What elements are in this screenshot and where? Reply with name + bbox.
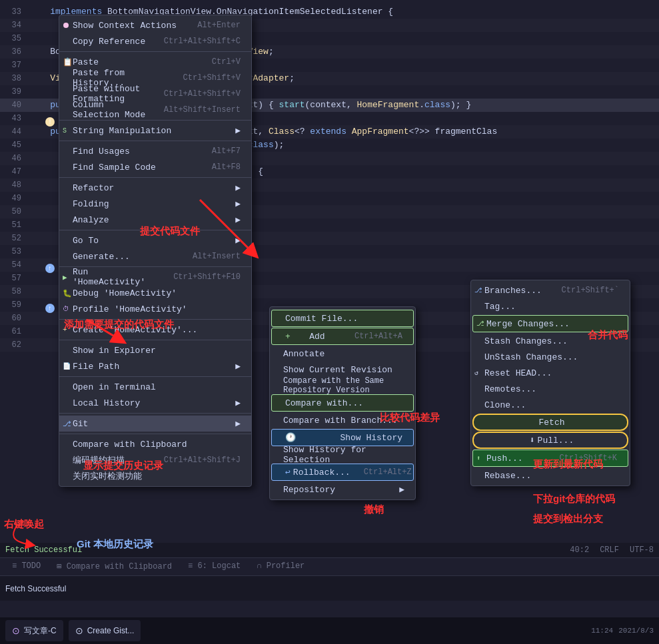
taskbar-time: 11:24 bbox=[591, 627, 613, 635]
menu-item-debug[interactable]: 🐛 Debug 'HomeActivity' bbox=[59, 285, 251, 301]
status-bar: Fetch Successful 40:2 CRLF UTF-8 bbox=[0, 543, 659, 557]
menu-item-code-scan[interactable]: 编码规约扫描 Ctrl+Alt+Shift+J bbox=[59, 452, 251, 468]
menu-item-disable-realtime[interactable]: 关闭实时检测功能 bbox=[59, 468, 251, 484]
taskbar-right: 11:24 2021/8/3 bbox=[591, 627, 654, 635]
menu-item-refactor[interactable]: Refactor ▶ bbox=[59, 180, 251, 196]
menu-item-show-explorer[interactable]: Show in Explorer bbox=[59, 342, 251, 358]
menu-item-analyze[interactable]: Analyze ▶ bbox=[59, 212, 251, 228]
gutter-icon-59: ↑ bbox=[45, 304, 55, 313]
menu-item-run[interactable]: ▶ Run 'HomeActivity' Ctrl+Shift+F10 bbox=[59, 269, 251, 285]
submenu-arrow-analyze: ▶ bbox=[235, 214, 241, 225]
taskbar-create-gist[interactable]: ⊙ Create Gist... bbox=[69, 620, 141, 641]
vcs-push[interactable]: ⬆ Push... Ctrl+Shift+K bbox=[472, 450, 628, 467]
menu-item-git[interactable]: ⎇ Git ▶ bbox=[59, 416, 251, 432]
git-menu-add[interactable]: + Add Ctrl+Alt+A bbox=[271, 328, 414, 345]
create-icon: + bbox=[63, 326, 67, 334]
git-menu-compare-branch[interactable]: Compare with Branch... bbox=[270, 412, 415, 428]
rollback-icon: ↩ bbox=[285, 467, 291, 478]
vcs-remotes[interactable]: Remotes... bbox=[471, 381, 630, 397]
menu-item-generate[interactable]: Generate... Alt+Insert bbox=[59, 248, 251, 264]
menu-item-folding[interactable]: Folding ▶ bbox=[59, 196, 251, 212]
taskbar-write-article[interactable]: ⊙ 写文章-C bbox=[5, 620, 63, 641]
menu-item-compare-clipboard[interactable]: Compare with Clipboard bbox=[59, 436, 251, 452]
menu-item-local-history[interactable]: Local History ▶ bbox=[59, 395, 251, 411]
vcs-tag[interactable]: Tag... bbox=[471, 298, 630, 314]
menu-item-string-manipulation[interactable]: S String Manipulation ▶ bbox=[59, 123, 251, 139]
profile-icon: ⏱ bbox=[63, 305, 69, 313]
vcs-clone[interactable]: Clone... bbox=[471, 397, 630, 413]
github-icon-2: ⊙ bbox=[75, 625, 83, 636]
menu-item-profile[interactable]: ⏱ Profile 'HomeActivity' bbox=[59, 301, 251, 317]
vcs-merge-changes[interactable]: ⎇ Merge Changes... bbox=[472, 315, 628, 332]
divider-2 bbox=[59, 120, 251, 121]
vcs-branches[interactable]: ⎇ Branches... Ctrl+Shift+` bbox=[471, 282, 630, 298]
line-ending: CRLF bbox=[600, 545, 619, 555]
paste-icon: 📋 bbox=[63, 57, 73, 67]
divider-9 bbox=[59, 376, 251, 377]
divider-3 bbox=[59, 141, 251, 141]
history-clock-icon: 🕐 bbox=[285, 432, 296, 443]
git-menu-show-current-revision[interactable]: Show Current Revision bbox=[270, 362, 415, 378]
divider-11 bbox=[59, 434, 251, 434]
git-menu-rollback[interactable]: ↩ Rollback... Ctrl+Alt+Z bbox=[271, 464, 414, 481]
vcs-rebase[interactable]: Rebase... bbox=[471, 468, 630, 483]
submenu-arrow-filepath: ▶ bbox=[235, 361, 241, 372]
ide-bottom-bar: Fetch Successful bbox=[0, 575, 659, 601]
menu-item-find-usages[interactable]: Find Usages Alt+F7 bbox=[59, 143, 251, 159]
fetch-result-text: Fetch Successful bbox=[5, 545, 82, 555]
git-menu-compare-same-repo[interactable]: Compare with the Same Repository Version bbox=[270, 378, 415, 394]
vcs-submenu: ⎇ Branches... Ctrl+Shift+` Tag... ⎇ Merg… bbox=[470, 280, 630, 486]
menu-item-goto[interactable]: Go To ▶ bbox=[59, 232, 251, 248]
git-menu-show-history-selection[interactable]: Show History for Selection bbox=[270, 447, 415, 463]
gutter-icon-40: ! bbox=[45, 117, 55, 127]
menu-item-open-terminal[interactable]: Open in Terminal bbox=[59, 379, 251, 395]
push-icon: ⬆ bbox=[476, 454, 480, 462]
file-icon: 📄 bbox=[63, 362, 71, 370]
run-icon: ▶ bbox=[63, 273, 67, 282]
taskbar-date: 2021/8/3 bbox=[618, 627, 654, 635]
menu-item-column-mode[interactable]: Column Selection Mode Alt+Shift+Insert bbox=[59, 102, 251, 118]
github-icon: ⊙ bbox=[12, 625, 20, 636]
divider-5 bbox=[59, 230, 251, 230]
tab-profiler[interactable]: ∩ Profiler bbox=[250, 560, 311, 572]
status-right-items: 40:2 CRLF UTF-8 bbox=[570, 545, 654, 555]
pull-icon: ⬇ bbox=[530, 435, 535, 446]
vcs-unstash[interactable]: UnStash Changes... bbox=[471, 349, 630, 365]
submenu-arrow-folding: ▶ bbox=[235, 198, 241, 209]
git-menu-repository[interactable]: Repository ▶ bbox=[270, 482, 415, 497]
menu-item-find-sample[interactable]: Find Sample Code Alt+F8 bbox=[59, 159, 251, 175]
divider-7 bbox=[59, 319, 251, 320]
menu-item-file-path[interactable]: 📄 File Path ▶ bbox=[59, 358, 251, 374]
menu-item-copy-reference[interactable]: Copy Reference Ctrl+Alt+Shift+C bbox=[59, 33, 251, 49]
bottom-tabs: ≡ TODO ⊞ Compare with Clipboard ≡ 6: Log… bbox=[0, 557, 659, 574]
reset-icon: ↺ bbox=[474, 369, 478, 377]
bottom-bar-text: Fetch Successful bbox=[5, 584, 66, 593]
encoding: UTF-8 bbox=[630, 545, 654, 555]
vcs-stash[interactable]: Stash Changes... bbox=[471, 333, 630, 349]
git-menu-commit-file[interactable]: Commit File... bbox=[271, 310, 414, 327]
git-icon: ⎇ bbox=[63, 420, 71, 428]
git-menu-annotate[interactable]: Annotate bbox=[270, 346, 415, 362]
menu-item-show-context-actions[interactable]: Show Context Actions Alt+Enter bbox=[59, 17, 251, 33]
string-icon: S bbox=[63, 127, 67, 135]
branch-icon: ⎇ bbox=[474, 286, 482, 294]
tab-todo[interactable]: ≡ TODO bbox=[5, 560, 47, 572]
divider-8 bbox=[59, 340, 251, 340]
submenu-arrow-refactor: ▶ bbox=[235, 182, 241, 193]
vcs-reset-head[interactable]: ↺ Reset HEAD... bbox=[471, 365, 630, 381]
divider-1 bbox=[59, 51, 251, 52]
tab-logcat[interactable]: ≡ 6: Logcat bbox=[181, 560, 247, 572]
vcs-fetch[interactable]: Fetch bbox=[472, 414, 628, 431]
submenu-arrow-repository: ▶ bbox=[399, 484, 404, 495]
vcs-pull[interactable]: ⬇ Pull... bbox=[472, 432, 628, 449]
cursor-position: 40:2 bbox=[570, 545, 589, 555]
git-menu-compare-with[interactable]: Compare with... bbox=[271, 394, 414, 412]
dot-icon bbox=[63, 23, 69, 28]
menu-item-create[interactable]: + Create 'HomeActivity'... bbox=[59, 322, 251, 338]
tab-compare-clipboard[interactable]: ⊞ Compare with Clipboard bbox=[50, 560, 179, 573]
submenu-arrow-goto: ▶ bbox=[235, 235, 241, 246]
debug-icon: 🐛 bbox=[63, 289, 72, 298]
git-submenu: Commit File... + Add Ctrl+Alt+A Annotate… bbox=[269, 306, 416, 500]
git-menu-show-history[interactable]: 🕐 Show History bbox=[271, 429, 414, 446]
windows-taskbar: ⊙ 写文章-C ⊙ Create Gist... 11:24 2021/8/3 bbox=[0, 617, 659, 644]
